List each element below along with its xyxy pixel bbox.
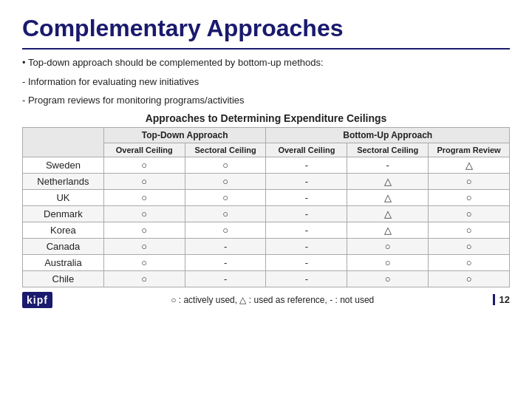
header-top-down: Top-Down Approach — [103, 127, 266, 143]
value-cell: ○ — [347, 270, 429, 287]
value-cell: - — [266, 270, 347, 287]
country-cell: Chile — [23, 270, 104, 287]
intro-line-2: - Information for evaluating new initiat… — [22, 75, 510, 89]
value-cell: ○ — [103, 173, 185, 189]
value-cell: ○ — [103, 222, 185, 238]
value-cell: - — [347, 157, 429, 173]
country-cell: Canada — [23, 238, 104, 254]
value-cell: ○ — [185, 205, 266, 222]
table-row: Netherlands○○-△○ — [23, 173, 510, 189]
value-cell: ○ — [429, 189, 510, 205]
table-row: Chile○--○○ — [23, 270, 510, 287]
value-cell: - — [266, 222, 347, 238]
value-cell: - — [266, 157, 347, 173]
country-cell: Australia — [23, 254, 104, 270]
header-overall-ceiling-2: Overall Ceiling — [266, 143, 347, 157]
value-cell: △ — [347, 222, 429, 238]
value-cell: ○ — [103, 189, 185, 205]
header-program-review: Program Review — [429, 143, 510, 157]
value-cell: ○ — [103, 238, 185, 254]
value-cell: △ — [347, 189, 429, 205]
header-overall-ceiling-1: Overall Ceiling — [103, 143, 185, 157]
value-cell: ○ — [103, 254, 185, 270]
value-cell: △ — [347, 205, 429, 222]
table-row: Denmark○○-△○ — [23, 205, 510, 222]
value-cell: ○ — [429, 173, 510, 189]
header-row-1: Top-Down Approach Bottom-Up Approach — [23, 127, 510, 143]
value-cell: △ — [347, 173, 429, 189]
page-number: 12 — [493, 294, 510, 305]
logo: kipf — [22, 292, 52, 308]
country-cell: Korea — [23, 222, 104, 238]
slide-container: Complementary Approaches • Top-down appr… — [0, 0, 532, 399]
value-cell: ○ — [429, 270, 510, 287]
intro-line-1: • Top-down approach should be complement… — [22, 55, 510, 70]
value-cell: - — [266, 189, 347, 205]
header-sectoral-ceiling-2: Sectoral Ceiling — [347, 143, 429, 157]
header-bottom-up: Bottom-Up Approach — [266, 127, 510, 143]
value-cell: - — [266, 254, 347, 270]
value-cell: ○ — [429, 222, 510, 238]
value-cell: ○ — [347, 254, 429, 270]
table-row: Sweden○○--△ — [23, 157, 510, 173]
value-cell: - — [266, 205, 347, 222]
title-divider — [22, 48, 510, 50]
table-row: Australia○--○○ — [23, 254, 510, 270]
country-cell: UK — [23, 189, 104, 205]
table-title: Approaches to Determining Expenditure Ce… — [22, 112, 510, 124]
country-cell: Sweden — [23, 157, 104, 173]
table-row: Korea○○-△○ — [23, 222, 510, 238]
value-cell: - — [266, 238, 347, 254]
slide-title: Complementary Approaches — [22, 15, 510, 42]
header-sectoral-ceiling-1: Sectoral Ceiling — [185, 143, 266, 157]
value-cell: ○ — [103, 205, 185, 222]
value-cell: ○ — [185, 189, 266, 205]
footer: kipf ○ : actively used, △ : used as refe… — [22, 292, 510, 308]
intro-text-block: • Top-down approach should be complement… — [22, 55, 510, 112]
value-cell: - — [266, 173, 347, 189]
value-cell: ○ — [185, 222, 266, 238]
value-cell: ○ — [185, 173, 266, 189]
country-cell: Netherlands — [23, 173, 104, 189]
expenditure-table: Top-Down Approach Bottom-Up Approach Ove… — [22, 127, 510, 287]
value-cell: - — [185, 254, 266, 270]
logo-area: kipf — [22, 292, 52, 308]
value-cell: - — [185, 238, 266, 254]
value-cell: ○ — [103, 157, 185, 173]
legend-text: ○ : actively used, △ : used as reference… — [52, 295, 493, 305]
value-cell: ○ — [429, 238, 510, 254]
header-empty — [23, 127, 104, 157]
value-cell: ○ — [185, 157, 266, 173]
value-cell: ○ — [429, 254, 510, 270]
value-cell: △ — [429, 157, 510, 173]
country-cell: Denmark — [23, 205, 104, 222]
value-cell: ○ — [103, 270, 185, 287]
table-row: UK○○-△○ — [23, 189, 510, 205]
table-row: Canada○--○○ — [23, 238, 510, 254]
value-cell: - — [185, 270, 266, 287]
value-cell: ○ — [429, 205, 510, 222]
intro-line-3: - Program reviews for monitoring program… — [22, 93, 510, 108]
value-cell: ○ — [347, 238, 429, 254]
